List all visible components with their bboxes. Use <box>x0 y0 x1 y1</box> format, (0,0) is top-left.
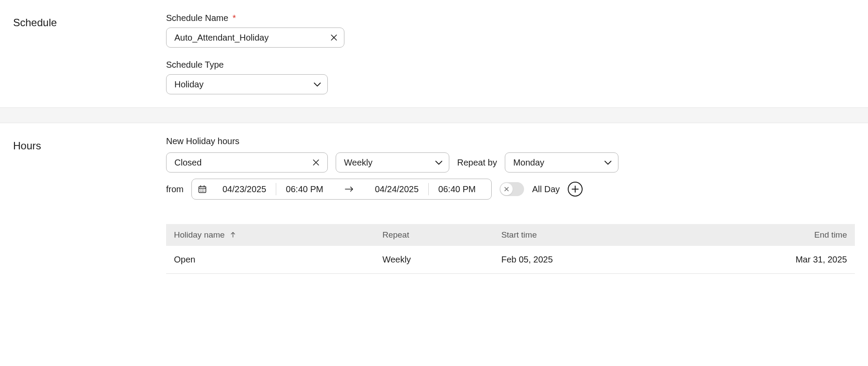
close-icon <box>330 34 337 41</box>
new-hours-label: New Holiday hours <box>166 136 855 146</box>
schedule-section-content: Schedule Name * Schedule Type Holiday <box>166 13 855 94</box>
chevron-down-icon <box>604 160 612 165</box>
schedule-section-label: Schedule <box>13 13 166 94</box>
table-header-row: Holiday name Repeat Start time End time <box>166 224 855 246</box>
holiday-table: Holiday name Repeat Start time End time … <box>166 224 855 274</box>
repeat-day-value: Monday <box>513 158 544 168</box>
svg-point-5 <box>202 190 203 190</box>
col-holiday-name-text: Holiday name <box>174 230 225 239</box>
schedule-name-label: Schedule Name * <box>166 13 855 23</box>
svg-point-6 <box>204 190 205 190</box>
start-date-value[interactable]: 04/23/2025 <box>213 184 276 194</box>
schedule-type-field: Schedule Type Holiday <box>166 60 855 94</box>
svg-point-8 <box>202 191 203 192</box>
end-date-value[interactable]: 04/24/2025 <box>365 184 428 194</box>
holiday-table-wrap: Holiday name Repeat Start time End time … <box>166 224 855 274</box>
start-time-value[interactable]: 06:40 PM <box>276 184 333 194</box>
add-hours-button[interactable] <box>568 182 583 197</box>
toggle-knob <box>500 183 513 195</box>
chevron-down-icon <box>435 160 443 165</box>
hours-repeat-select[interactable]: Weekly <box>336 152 449 173</box>
chevron-down-icon <box>313 82 321 87</box>
schedule-section: Schedule Schedule Name * Schedule Type H… <box>0 0 868 107</box>
col-repeat[interactable]: Repeat <box>375 224 493 246</box>
hours-section: Hours New Holiday hours Closed Weekly Re… <box>0 123 868 287</box>
hours-status-value: Closed <box>174 158 201 168</box>
all-day-toggle[interactable] <box>500 182 524 196</box>
svg-point-7 <box>201 191 201 192</box>
date-range-picker[interactable]: 04/23/2025 06:40 PM 04/24/2025 06:40 PM <box>191 179 492 200</box>
cell-start-time: Feb 05, 2025 <box>493 246 674 274</box>
col-holiday-name[interactable]: Holiday name <box>166 224 375 246</box>
plus-icon <box>572 186 579 193</box>
schedule-name-field: Schedule Name * <box>166 13 855 48</box>
schedule-name-clear-button[interactable] <box>329 32 339 43</box>
schedule-type-label: Schedule Type <box>166 60 855 70</box>
close-icon <box>504 186 509 192</box>
arrow-right-icon <box>333 186 365 192</box>
hours-section-content: New Holiday hours Closed Weekly Repeat b… <box>166 136 855 274</box>
cell-end-time: Mar 31, 2025 <box>674 246 855 274</box>
sort-asc-icon <box>230 231 236 238</box>
cell-holiday-name: Open <box>166 246 375 274</box>
schedule-name-input[interactable] <box>166 28 344 48</box>
close-icon <box>312 159 319 166</box>
section-divider <box>0 107 868 123</box>
svg-point-4 <box>201 190 201 190</box>
required-asterisk: * <box>233 13 236 23</box>
col-start-time[interactable]: Start time <box>493 224 674 246</box>
hours-status-clear-button[interactable] <box>311 157 321 168</box>
col-start-text: Start time <box>501 230 537 239</box>
schedule-name-label-text: Schedule Name <box>166 13 228 23</box>
all-day-label: All Day <box>532 184 559 194</box>
hours-section-label: Hours <box>13 136 166 274</box>
col-end-time[interactable]: End time <box>674 224 855 246</box>
table-row[interactable]: Open Weekly Feb 05, 2025 Mar 31, 2025 <box>166 246 855 274</box>
repeat-day-select[interactable]: Monday <box>505 152 618 173</box>
hours-status-select[interactable]: Closed <box>166 152 328 173</box>
col-end-text: End time <box>814 230 847 239</box>
repeat-by-label: Repeat by <box>457 158 497 168</box>
hours-repeat-value: Weekly <box>344 158 372 168</box>
hours-row-1: Closed Weekly Repeat by Monday <box>166 152 855 173</box>
svg-point-9 <box>204 191 205 192</box>
col-repeat-text: Repeat <box>382 230 409 239</box>
schedule-type-value: Holiday <box>174 79 204 90</box>
calendar-icon <box>198 185 207 193</box>
from-label: from <box>166 184 184 194</box>
cell-repeat: Weekly <box>375 246 493 274</box>
schedule-type-select[interactable]: Holiday <box>166 74 328 94</box>
end-time-value[interactable]: 06:40 PM <box>429 184 486 194</box>
hours-row-2: from 04/23/202 <box>166 179 855 200</box>
